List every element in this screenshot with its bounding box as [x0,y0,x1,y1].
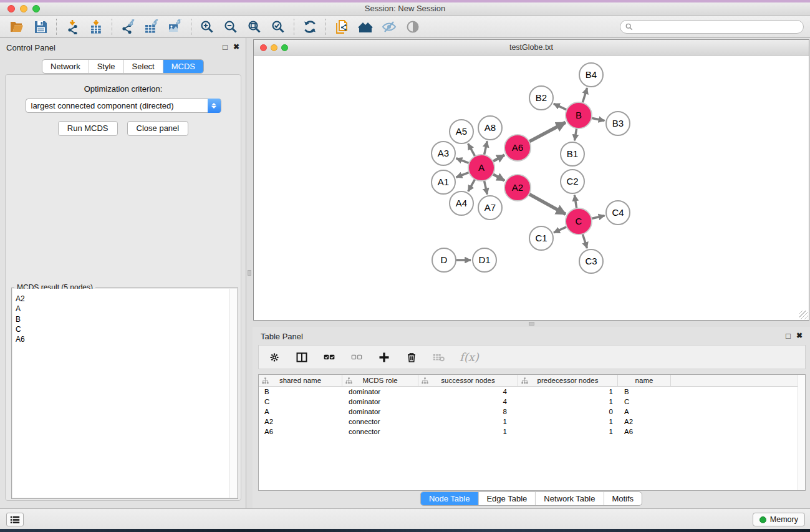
node-A7[interactable]: A7 [478,196,502,220]
node-D1[interactable]: D1 [473,248,496,272]
node-C3[interactable]: C3 [579,249,603,273]
tab-network[interactable]: Network [42,60,89,73]
edge-C-C1[interactable] [554,227,567,233]
table-cell[interactable]: 1 [418,417,518,427]
zoom-window-button[interactable] [32,5,40,12]
delete-column-button[interactable] [405,349,418,365]
mcds-result-item[interactable]: C [16,324,237,334]
select-all-button[interactable] [322,349,336,365]
horizontal-splitter-handle[interactable] [529,322,534,326]
network-close-button[interactable] [260,44,267,51]
table-cell[interactable]: B [259,387,342,397]
network-canvas[interactable]: B4B2BB3A8A5A6B1A3AA1C2A2A4A7C4CC1C3DD1 [254,56,809,320]
table-cell[interactable]: 4 [418,397,518,407]
table-scrollbar[interactable] [798,375,805,490]
node-A3[interactable]: A3 [432,142,455,165]
export-network-button[interactable] [116,17,140,36]
table-cell[interactable]: A2 [259,417,342,427]
edge-C-C3[interactable] [582,234,587,248]
node-C1[interactable]: C1 [529,226,553,250]
minimize-window-button[interactable] [20,5,27,12]
node-B[interactable]: B [566,102,592,128]
tab-network-table[interactable]: Network Table [535,492,603,505]
add-column-button[interactable] [377,349,391,365]
mcds-result-item[interactable]: A2 [16,294,237,304]
import-table-button[interactable] [84,17,108,36]
table-close-panel-icon[interactable]: ✖ [796,331,803,341]
home-button[interactable] [354,17,377,36]
node-A5[interactable]: A5 [450,120,473,143]
settings-gear-button[interactable] [268,349,281,365]
table-row[interactable]: Adominator80A [259,407,805,417]
mcds-result-item[interactable]: A6 [16,334,237,344]
table-cell[interactable]: dominator [342,407,418,417]
task-history-button[interactable] [6,513,24,526]
run-mcds-button[interactable]: Run MCDS [58,121,118,136]
table-row[interactable]: A2connector11A2 [259,417,805,427]
table-cell[interactable]: A6 [618,427,671,437]
node-A4[interactable]: A4 [450,191,473,215]
zoom-selected-button[interactable] [266,17,290,36]
mcds-result-list[interactable]: A2ABCA6 [12,289,237,498]
mcds-list-scrollbar[interactable] [229,289,237,498]
zoom-fit-button[interactable] [243,17,266,36]
table-cell[interactable]: 1 [518,397,618,407]
column-header-successor-nodes[interactable]: successor nodes [418,375,518,386]
show-eye-button[interactable] [401,17,425,36]
edge-B-B1[interactable] [575,128,577,141]
edge-A-A7[interactable] [484,181,487,195]
table-cell[interactable]: dominator [342,397,418,407]
edge-A-A4[interactable] [468,179,475,191]
toggle-panel-button[interactable] [295,349,309,365]
node-D[interactable]: D [432,248,456,272]
edge-A-A3[interactable] [456,158,470,163]
window-resize-grip[interactable] [799,311,808,319]
column-header-name[interactable]: name [618,375,671,386]
edge-C-C4[interactable] [591,216,604,219]
node-A8[interactable]: A8 [478,116,502,140]
network-minimize-button[interactable] [271,44,277,51]
tab-node-table[interactable]: Node Table [421,492,478,505]
table-row[interactable]: A6connector11A6 [259,427,805,437]
edge-A-A6[interactable] [493,155,504,162]
table-cell[interactable]: A [618,407,671,417]
table-cell[interactable]: 1 [418,427,518,437]
node-C[interactable]: C [566,208,592,235]
horizontal-splitter[interactable] [253,321,810,327]
duplicate-network-button[interactable] [330,17,354,36]
edge-A-A2[interactable] [493,174,504,180]
node-C2[interactable]: C2 [561,170,584,193]
mcds-result-item[interactable]: B [16,314,237,324]
close-window-button[interactable] [7,5,15,12]
edge-A2-C[interactable] [529,194,566,214]
tab-edge-table[interactable]: Edge Table [478,492,535,505]
edge-B-B4[interactable] [582,88,587,103]
node-A[interactable]: A [468,155,494,181]
tab-motifs[interactable]: Motifs [603,492,642,505]
table-cell[interactable]: 0 [518,407,618,417]
node-B4[interactable]: B4 [579,63,603,87]
table-cell[interactable]: A2 [618,417,671,427]
tab-select[interactable]: Select [123,60,163,73]
node-B2[interactable]: B2 [529,86,553,110]
network-window-titlebar[interactable]: testGlobe.txt [254,40,809,56]
edge-A-A1[interactable] [456,172,470,177]
table-cell[interactable]: connector [342,427,418,437]
node-B3[interactable]: B3 [606,112,630,135]
hide-panels-button[interactable] [377,17,401,36]
edge-A6-B[interactable] [529,122,566,142]
vertical-splitter[interactable] [246,38,253,508]
zoom-in-button[interactable] [195,17,219,36]
network-zoom-button[interactable] [281,44,288,51]
criterion-dropdown[interactable]: largest connected component (directed) [26,99,221,113]
mcds-result-item[interactable]: A [16,304,237,314]
table-float-panel-icon[interactable]: □ [786,331,791,341]
table-cell[interactable]: connector [342,417,418,427]
column-header-MCDS-role[interactable]: MCDS role [342,375,418,386]
export-image-button[interactable] [163,17,187,36]
node-C4[interactable]: C4 [606,201,630,225]
import-network-button[interactable] [60,17,84,36]
search-field[interactable] [620,20,804,34]
table-cell[interactable]: C [259,397,342,407]
edge-B-B3[interactable] [592,118,605,120]
